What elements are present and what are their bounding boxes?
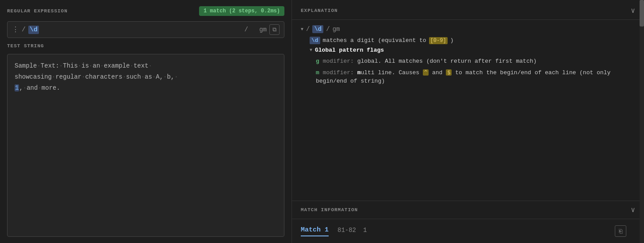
dot: ·: [81, 73, 85, 80]
exp-regex-line: ▼ / \d / gm: [301, 25, 635, 33]
match-value: 1: [363, 227, 367, 235]
match-tab-1[interactable]: Match 1: [301, 226, 329, 236]
test-word: b,: [167, 73, 175, 80]
test-string-label: TEST STRING: [7, 43, 284, 49]
caret-tag: ^: [423, 69, 429, 76]
dot: ·: [100, 62, 104, 69]
flag-g-letter: g: [316, 58, 319, 65]
match-info-header: MATCH INFORMATION ∨: [292, 201, 644, 219]
exp-slash1: /: [306, 26, 310, 33]
copy-button[interactable]: ⧉: [269, 24, 280, 35]
flag-m-letter: m: [316, 69, 319, 76]
dot: ·: [37, 62, 40, 69]
test-word: more.: [42, 84, 60, 91]
flag-g-desc: global. All matches (don't return after …: [357, 58, 537, 65]
match-highlight: 1: [15, 84, 19, 91]
dot: ·: [174, 73, 178, 80]
test-word: regular: [55, 73, 81, 80]
exp-bracket-highlight: [0-9]: [429, 37, 448, 44]
test-word: A,: [156, 73, 163, 80]
match-info-section: MATCH INFORMATION ∨ Match 1 81-82 1 ⎗: [292, 201, 644, 243]
test-word: an: [92, 62, 100, 69]
flags-header: ▼ Global pattern flags: [310, 47, 635, 53]
left-panel: REGULAR EXPRESSION 1 match (2 steps, 0.2…: [0, 0, 292, 243]
regex-flags: / gm: [245, 26, 267, 33]
match-tab-label[interactable]: Match 1: [301, 226, 329, 236]
explanation-header: EXPLANATION ∨: [292, 0, 644, 20]
test-word: such: [126, 73, 141, 80]
flag-m-item: m modifier: multi line. Causes ^ and $ t…: [310, 68, 635, 86]
explanation-label: EXPLANATION: [301, 8, 338, 13]
explanation-chevron-icon[interactable]: ∨: [631, 6, 635, 15]
match-info-content: Match 1 81-82 1 ⎗: [292, 219, 644, 243]
dot: ·: [123, 73, 126, 80]
exp-desc2: ): [450, 37, 454, 44]
exp-slash2: /: [326, 26, 330, 33]
share-button[interactable]: ⎗: [615, 225, 626, 237]
dollar-tag: $: [446, 69, 452, 76]
exp-triangle-icon[interactable]: ▼: [301, 27, 303, 32]
match-position: 81-82: [337, 227, 356, 235]
test-word: text: [134, 62, 149, 69]
test-string-box[interactable]: Sample·Text:·This·is·an·example·text· sh…: [7, 54, 284, 237]
flag-m-keyword: modifier:: [323, 69, 357, 76]
flags-title: Global pattern flags: [315, 47, 384, 53]
regex-section-label: REGULAR EXPRESSION: [7, 8, 68, 14]
flag-g-item: g modifier: global. All matches (don't r…: [310, 57, 635, 66]
match-info-chevron-icon[interactable]: ∨: [631, 205, 635, 214]
regex-value[interactable]: \d: [28, 26, 39, 34]
flags-section: ▼ Global pattern flags g modifier: globa…: [301, 47, 635, 86]
regex-options-icon[interactable]: ⋮: [12, 25, 19, 34]
dot: ·: [38, 84, 41, 91]
dot: ·: [163, 73, 167, 80]
test-word: as: [145, 73, 152, 80]
regex-input-row[interactable]: ⋮ / \d / gm ⧉: [7, 21, 284, 38]
dot: ·: [141, 73, 145, 80]
regex-flag-gm[interactable]: gm: [259, 26, 267, 33]
regex-slash-close: /: [245, 26, 248, 33]
flags-triangle-icon[interactable]: ▼: [310, 48, 312, 53]
exp-gm: gm: [333, 26, 340, 33]
dot: ·: [78, 62, 81, 69]
match-info-label: MATCH INFORMATION: [301, 207, 358, 213]
dot: ·: [23, 84, 27, 91]
exp-d-tag: \d: [310, 37, 320, 44]
test-word: is: [81, 62, 89, 69]
scrollbar-thumb[interactable]: [640, 0, 644, 27]
regex-slash-open: /: [22, 26, 26, 34]
test-word: characters: [85, 73, 123, 80]
exp-description-line: \d matches a digit (equivalent to [0-9] …: [301, 37, 635, 44]
test-comma: ,: [19, 84, 23, 91]
test-word: showcasing: [15, 73, 52, 80]
test-word: Sample: [15, 62, 37, 69]
exp-regex-highlight: \d: [312, 25, 323, 33]
match-badge: 1 match (2 steps, 0.2ms): [199, 6, 284, 16]
dot: ·: [130, 62, 134, 69]
test-word: Text:: [41, 62, 59, 69]
exp-desc1: matches a digit (equivalent to: [323, 37, 426, 44]
test-word: This: [63, 62, 78, 69]
right-panel: EXPLANATION ∨ ▼ / \d / gm \d matches a d…: [292, 0, 644, 243]
flag-m-desc1: ulti line. Causes: [360, 69, 419, 76]
test-word: and: [27, 84, 38, 91]
dot: ·: [149, 62, 152, 69]
test-word: example: [104, 62, 130, 69]
explanation-content: ▼ / \d / gm \d matches a digit (equivale…: [292, 20, 644, 201]
flag-m-and: and: [432, 69, 442, 76]
flag-g-keyword: modifier:: [323, 58, 357, 65]
dot: ·: [59, 62, 63, 69]
scrollbar-track[interactable]: [640, 0, 644, 243]
regex-header: REGULAR EXPRESSION 1 match (2 steps, 0.2…: [7, 6, 284, 16]
